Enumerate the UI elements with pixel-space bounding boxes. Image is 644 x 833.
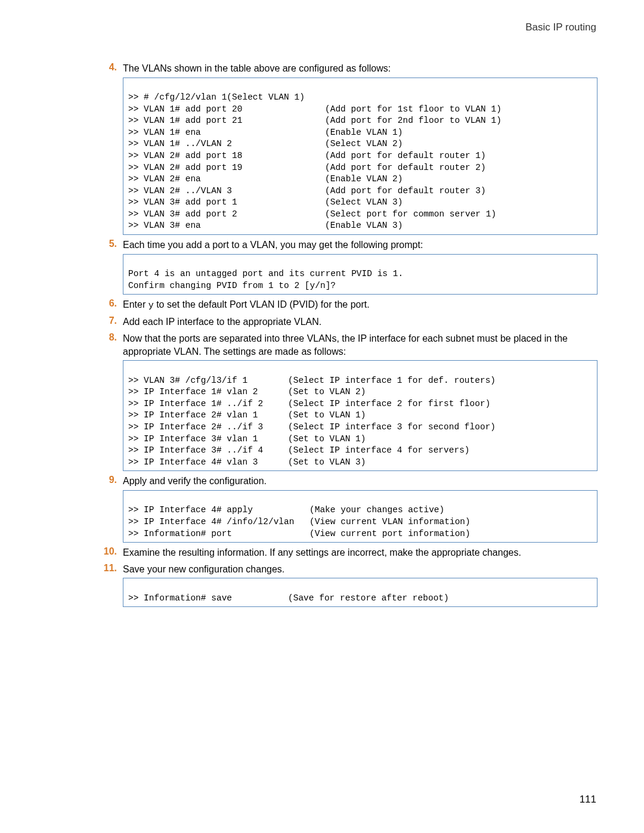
step-number: 8. [93, 332, 117, 343]
code-line: >> VLAN 1# ../VLAN 2(Select VLAN 2) [128, 139, 403, 148]
inline-code: y [148, 301, 154, 311]
step-text: Examine the resulting information. If an… [123, 546, 602, 559]
step-number: 6. [93, 298, 117, 309]
code-line: >> Information# port(View current port i… [128, 529, 470, 538]
step-number: 11. [89, 563, 117, 574]
step-9: 9. Apply and verify the configuration. [93, 475, 602, 488]
code-line: >> VLAN 3# /cfg/l3/if 1(Select IP interf… [128, 376, 496, 385]
code-line: >> VLAN 1# add port 20(Add port for 1st … [128, 104, 501, 114]
step-number: 7. [93, 315, 117, 326]
code-line: >> IP Interface 3# ../if 4(Select IP int… [128, 445, 470, 455]
step-number: 10. [89, 546, 117, 557]
document-page: Basic IP routing 4. The VLANs shown in t… [0, 0, 644, 833]
code-block-vlan-config: >> # /cfg/l2/vlan 1(Select VLAN 1) >> VL… [123, 78, 597, 235]
code-line: >> VLAN 3# ena(Enable VLAN 3) [128, 221, 403, 230]
step-text: Now that the ports are separated into th… [123, 332, 602, 358]
step-10: 10. Examine the resulting information. I… [89, 546, 602, 559]
step-number: 9. [93, 475, 117, 485]
code-line: >> VLAN 2# ena(Enable VLAN 2) [128, 174, 403, 184]
step-7: 7. Add each IP interface to the appropri… [93, 315, 602, 329]
code-line: >> IP Interface 4# vlan 3(Set to VLAN 3) [128, 457, 366, 467]
step-number: 4. [93, 62, 117, 73]
code-line: Port 4 is an untagged port and its curre… [128, 269, 403, 278]
code-line: >> IP Interface 1# vlan 2(Set to VLAN 2) [128, 387, 366, 397]
step-text: The VLANs shown in the table above are c… [123, 62, 602, 75]
code-line: >> IP Interface 4# /info/l2/vlan(View cu… [128, 517, 470, 527]
code-line: >> VLAN 1# ena(Enable VLAN 1) [128, 128, 403, 137]
code-line: >> VLAN 2# ../VLAN 3(Add port for defaul… [128, 186, 486, 196]
code-line: >> IP Interface 2# ../if 3(Select IP int… [128, 422, 496, 432]
code-block-pvid-prompt: Port 4 is an untagged port and its curre… [123, 254, 597, 295]
code-line: >> # /cfg/l2/vlan 1(Select VLAN 1) [128, 92, 305, 102]
step-4: 4. The VLANs shown in the table above ar… [93, 62, 602, 75]
step-text: Each time you add a port to a VLAN, you … [123, 239, 602, 252]
code-line: >> IP Interface 2# vlan 1(Set to VLAN 1) [128, 410, 366, 420]
step-11: 11. Save your new configuration changes. [89, 563, 602, 576]
code-line: >> Information# save(Save for restore af… [128, 593, 449, 603]
code-line: >> IP Interface 3# vlan 1(Set to VLAN 1) [128, 434, 366, 444]
code-line: >> VLAN 2# add port 19(Add port for defa… [128, 163, 486, 172]
step-5: 5. Each time you add a port to a VLAN, y… [93, 239, 602, 252]
code-line: >> IP Interface 4# apply(Make your chang… [128, 505, 444, 515]
code-line: >> VLAN 3# add port 2(Select port for co… [128, 209, 496, 219]
step-text: Add each IP interface to the appropriate… [123, 315, 602, 329]
step-text: Enter y to set the default Port VLAN ID … [123, 298, 602, 312]
code-block-save: >> Information# save(Save for restore af… [123, 578, 597, 607]
step-8: 8. Now that the ports are separated into… [93, 332, 602, 358]
code-line: >> VLAN 2# add port 18(Add port for defa… [128, 151, 486, 160]
step-6: 6. Enter y to set the default Port VLAN … [93, 298, 602, 312]
page-number: 111 [580, 794, 596, 806]
code-block-apply-verify: >> IP Interface 4# apply(Make your chang… [123, 490, 597, 543]
code-line: >> IP Interface 1# ../if 2(Select IP int… [128, 399, 490, 408]
step-number: 5. [93, 239, 117, 249]
code-line: >> VLAN 3# add port 1(Select VLAN 3) [128, 197, 403, 207]
page-header-title: Basic IP routing [42, 21, 596, 33]
code-line: Confirm changing PVID from 1 to 2 [y/n]? [128, 281, 336, 290]
step-text: Apply and verify the configuration. [123, 475, 602, 488]
code-block-ip-interfaces: >> VLAN 3# /cfg/l3/if 1(Select IP interf… [123, 360, 597, 471]
code-line: >> VLAN 1# add port 21(Add port for 2nd … [128, 116, 501, 125]
step-text: Save your new configuration changes. [123, 563, 602, 576]
